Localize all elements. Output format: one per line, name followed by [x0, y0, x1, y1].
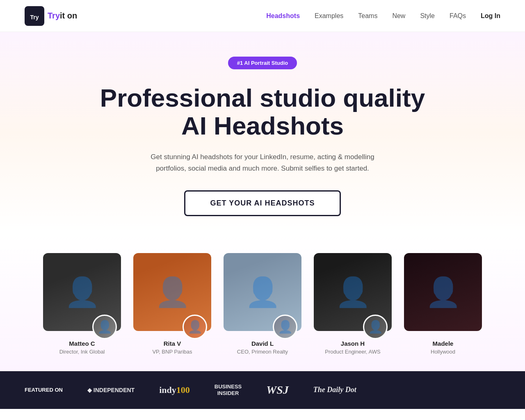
portrait-wrapper: 👤 👤 [224, 253, 301, 335]
portrait-wrapper: 👤 [404, 253, 482, 335]
portrait-main-image: 👤 [404, 253, 482, 331]
navbar: Try Tryit on Headshots Examples Teams Ne… [0, 0, 525, 32]
portrait-wrapper: 👤 👤 [43, 253, 121, 335]
before-silhouette: 👤 [364, 316, 386, 338]
logo[interactable]: Try Tryit on [25, 6, 77, 26]
nav-new[interactable]: New [392, 12, 405, 20]
hero-section: #1 AI Portrait Studio Professional studi… [0, 32, 525, 233]
testimonial-card: 👤 👤 Rita V VP, BNP Paribas [133, 253, 211, 355]
logo-text: Tryit on [48, 11, 77, 21]
nav-login[interactable]: Log In [481, 12, 500, 20]
before-silhouette: 👤 [94, 316, 116, 338]
nav-examples[interactable]: Examples [315, 12, 343, 20]
nav-style[interactable]: Style [420, 12, 435, 20]
hero-badge: #1 AI Portrait Studio [228, 57, 297, 69]
hero-subtitle: Get stunning AI headshots for your Linke… [144, 151, 381, 173]
nav-faqs[interactable]: FAQs [450, 12, 466, 20]
portrait-wrapper: 👤 👤 [314, 253, 392, 335]
person-silhouette: 👤 [404, 253, 482, 331]
press-logo-independent: ◆ INDEPENDENT [87, 387, 135, 393]
person-name: Rita V [133, 340, 211, 347]
person-job-title: VP, BNP Paribas [133, 349, 211, 355]
logo-icon: Try [25, 6, 44, 26]
press-logo-indy100: indy100 [159, 385, 190, 395]
testimonial-card: 👤 👤 Jason H Product Engineer, AWS [314, 253, 392, 355]
person-name: Jason H [314, 340, 392, 347]
testimonials-section: 👤 👤 Matteo C Director, Ink Global 👤 👤 Ri… [0, 233, 525, 371]
portrait-before-image: 👤 [92, 315, 117, 339]
testimonial-card: 👤 👤 David L CEO, Primeon Realty [224, 253, 301, 355]
testimonial-card: 👤 👤 Matteo C Director, Ink Global [43, 253, 121, 355]
portrait-before-image: 👤 [183, 315, 207, 339]
nav-links: Headshots Examples Teams New Style FAQs … [266, 12, 500, 20]
nav-teams[interactable]: Teams [358, 12, 377, 20]
testimonial-card: 👤 Madele Hollywood [404, 253, 482, 355]
person-name: David L [224, 340, 301, 347]
person-job-title: Hollywood [404, 349, 482, 355]
reviews-section-title: Try it on Reviews ✨ [0, 409, 525, 420]
person-job-title: Product Engineer, AWS [314, 349, 392, 355]
person-name: Matteo C [43, 340, 121, 347]
svg-text:Try: Try [30, 14, 39, 21]
portrait-before-image: 👤 [363, 315, 388, 339]
person-name: Madele [404, 340, 482, 347]
portrait-wrapper: 👤 👤 [133, 253, 211, 335]
before-silhouette: 👤 [274, 316, 296, 338]
person-job-title: CEO, Primeon Realty [224, 349, 301, 355]
portrait-before-image: 👤 [273, 315, 297, 339]
hero-title: Professional studio quality AI Headshots [8, 84, 517, 140]
person-job-title: Director, Ink Global [43, 349, 121, 355]
nav-headshots[interactable]: Headshots [266, 12, 300, 20]
press-logos: ◆ INDEPENDENT indy100 BUSINESSINSIDER WS… [87, 383, 356, 397]
before-silhouette: 👤 [184, 316, 206, 338]
press-bar: FEATURED ON ◆ INDEPENDENT indy100 BUSINE… [0, 371, 525, 409]
cta-button[interactable]: GET YOUR AI HEADSHOTS [184, 190, 340, 216]
press-logo-daily-dot: The Daily Dot [313, 386, 356, 394]
press-label: FEATURED ON [25, 387, 63, 393]
press-logo-wsj: WSJ [266, 383, 288, 397]
press-logo-business-insider: BUSINESSINSIDER [215, 383, 242, 396]
